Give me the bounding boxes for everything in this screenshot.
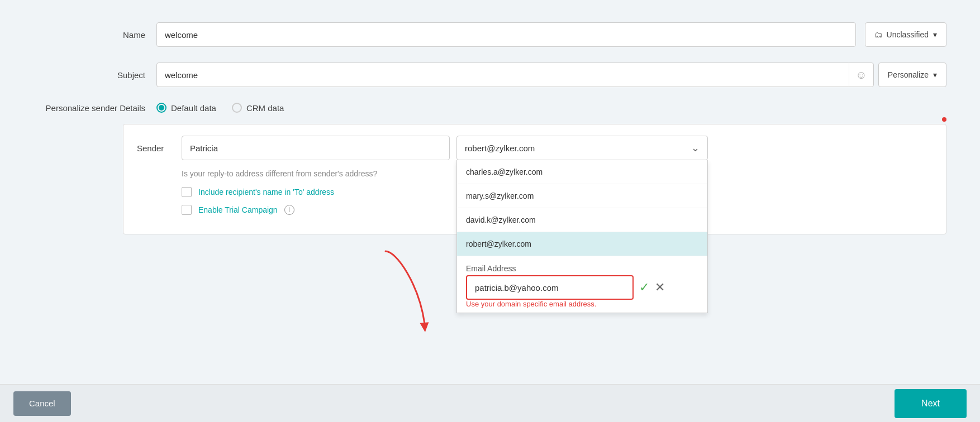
personalize-label: Personalize — [888, 70, 929, 79]
personalize-chevron-icon: ▾ — [933, 70, 937, 79]
include-recipient-label: Include recipient's name in 'To' address — [198, 188, 334, 196]
name-row: Name 🗂 Unclassified ▾ — [34, 22, 946, 47]
email-address-input[interactable] — [466, 275, 634, 300]
sender-details-row: Personalize sender Details Default data … — [34, 103, 946, 113]
email-dropdown-container: robert@zylker.com ⌄ charles.a@zylker.com… — [456, 136, 708, 160]
subject-input-wrap: ☺ — [156, 63, 874, 87]
dropdown-list: charles.a@zylker.com mary.s@zylker.com d… — [456, 160, 708, 313]
name-input[interactable] — [156, 22, 856, 47]
include-recipient-checkbox[interactable] — [182, 187, 192, 197]
personalize-button[interactable]: Personalize ▾ — [878, 63, 946, 87]
dropdown-item-0[interactable]: charles.a@zylker.com — [457, 160, 707, 184]
sender-name-input[interactable] — [182, 136, 450, 160]
dropdown-item-1[interactable]: mary.s@zylker.com — [457, 184, 707, 208]
confirm-email-icon[interactable]: ✓ — [639, 280, 649, 295]
content-area: Name 🗂 Unclassified ▾ Subject ☺ Personal… — [0, 0, 980, 384]
dropdown-item-2[interactable]: david.k@zylker.com — [457, 208, 707, 232]
email-input-row: ✓ ✕ — [466, 275, 698, 300]
enable-trial-checkbox[interactable] — [182, 205, 192, 215]
next-button[interactable]: Next — [895, 389, 967, 418]
domain-warning: Use your domain specific email address. — [466, 300, 698, 308]
personalize-sender-label: Personalize sender Details — [34, 103, 156, 113]
radio-crm-circle — [232, 103, 242, 113]
dropdown-chevron-icon: ▾ — [933, 30, 937, 39]
emoji-button[interactable]: ☺ — [849, 63, 873, 87]
email-dropdown[interactable]: robert@zylker.com ⌄ — [456, 136, 708, 160]
dropdown-item-3[interactable]: robert@zylker.com — [457, 232, 707, 256]
unclassified-button[interactable]: 🗂 Unclassified ▾ — [865, 22, 946, 47]
enable-trial-label: Enable Trial Campaign — [198, 205, 278, 214]
sender-label: Sender — [137, 143, 182, 153]
radio-group: Default data CRM data — [156, 103, 284, 113]
dropdown-arrow-icon: ⌄ — [691, 142, 700, 154]
radio-default-data[interactable]: Default data — [156, 103, 216, 113]
arrow-annotation — [352, 240, 464, 341]
selected-email: robert@zylker.com — [465, 143, 535, 153]
folder-icon: 🗂 — [874, 30, 882, 39]
sender-row: Sender robert@zylker.com ⌄ charles.a@zyl… — [137, 136, 933, 160]
unclassified-label: Unclassified — [887, 30, 929, 39]
email-address-label: Email Address — [466, 264, 698, 273]
subject-input[interactable] — [157, 63, 849, 87]
sender-panel: Sender robert@zylker.com ⌄ charles.a@zyl… — [123, 124, 946, 234]
subject-label: Subject — [34, 70, 156, 80]
subject-row: Subject ☺ Personalize ▾ — [34, 63, 946, 87]
red-dot — [942, 117, 946, 122]
cancel-button[interactable]: Cancel — [13, 391, 71, 416]
main-container: Name 🗂 Unclassified ▾ Subject ☺ Personal… — [0, 0, 980, 422]
email-address-section: Email Address ✓ ✕ Use your domain specif… — [457, 256, 707, 313]
radio-default-circle — [156, 103, 166, 113]
default-data-label: Default data — [171, 103, 216, 113]
crm-data-label: CRM data — [246, 103, 284, 113]
radio-crm-data[interactable]: CRM data — [232, 103, 284, 113]
info-icon[interactable]: i — [284, 205, 294, 215]
cancel-email-icon[interactable]: ✕ — [655, 280, 665, 295]
svg-marker-0 — [420, 322, 429, 332]
name-label: Name — [34, 30, 156, 40]
footer: Cancel Next — [0, 384, 980, 422]
